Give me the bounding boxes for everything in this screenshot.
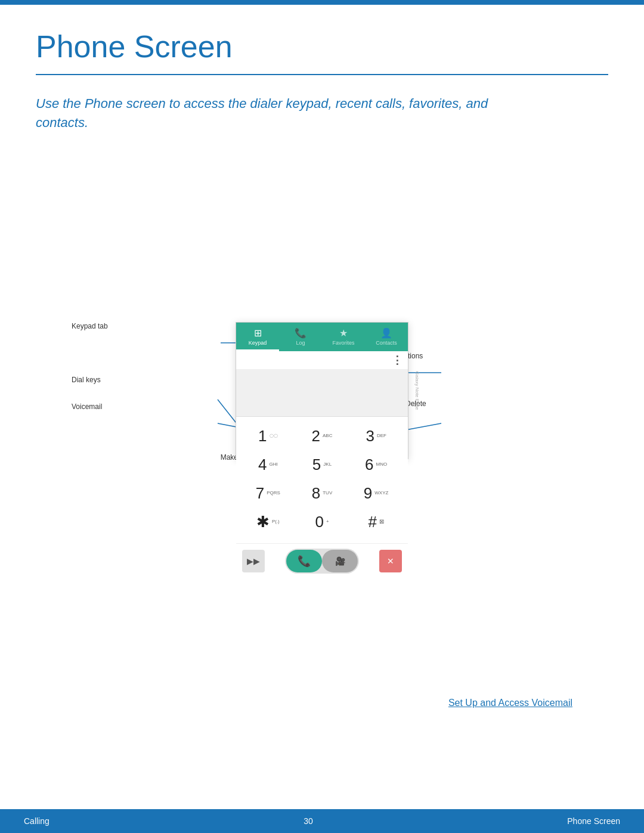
keypad-tab-label: Keypad [249,340,267,346]
favorites-tab-label: Favorites [332,340,354,346]
page-title: Phone Screen [36,29,608,64]
voicemail-icon: ▶▶ [247,556,260,566]
key-8[interactable]: 8 TUV [301,480,343,506]
dial-keys-annotation: Dial keys [72,376,161,384]
diagram-area: Keypad tab Dial keys Voicemail Make a ca… [36,161,608,459]
phone-actions: ▶▶ 📞 🎥 ✕ [236,543,408,578]
tab-contacts[interactable]: 👤 Contacts [365,323,408,351]
contacts-tab-icon: 👤 [380,327,392,339]
footer-left: Calling [24,816,49,826]
delete-icon: ✕ [387,556,394,566]
phone-display [236,369,408,417]
title-divider [36,74,608,75]
keypad-row-1: 1 ◌◌ 2 ABC 3 DEF [241,423,403,449]
phone-tabs: ⊞ Keypad 📞 Log ★ Favorites 👤 Contacts [236,323,408,351]
footer-page-number: 30 [304,816,313,826]
key-9[interactable]: 9 WXYZ [355,480,398,506]
favorites-tab-icon: ★ [339,327,348,339]
voicemail-link[interactable]: Set Up and Access Voicemail [448,698,572,708]
phone-icon: 📞 [298,555,311,568]
top-bar [0,0,644,5]
key-6[interactable]: 6 MNO [355,451,398,478]
voicemail-button[interactable]: ▶▶ [242,550,265,572]
keypad: 1 ◌◌ 2 ABC 3 DEF 4 GHI [236,417,408,543]
phone-edge-text: Galaxy Note Edge [414,371,420,410]
tab-favorites[interactable]: ★ Favorites [322,323,365,351]
voicemail-link-area: Set Up and Access Voicemail [36,698,608,708]
keypad-row-4: ✱ P(.) 0 + # ⊠ [241,509,403,535]
keypad-row-2: 4 GHI 5 JKL 6 MNO [241,451,403,478]
phone-mockup: Galaxy Note Edge ⊞ Keypad 📞 Log ★ Favori… [236,322,408,459]
key-hash[interactable]: # ⊠ [355,509,398,535]
log-tab-icon: 📞 [295,327,306,339]
keypad-row-3: 7 PQRS 8 TUV 9 WXYZ [241,480,403,506]
key-7[interactable]: 7 PQRS [246,480,289,506]
delete-button[interactable]: ✕ [379,550,402,572]
key-4[interactable]: 4 GHI [246,451,289,478]
contacts-tab-label: Contacts [376,340,397,346]
key-star[interactable]: ✱ P(.) [246,509,289,535]
video-call-button[interactable]: 🎥 [322,550,358,572]
video-icon: 🎥 [335,556,345,566]
call-button[interactable]: 📞 [286,550,322,572]
key-2[interactable]: 2 ABC [301,423,343,449]
more-options-row: ⋮ [236,351,408,369]
key-3[interactable]: 3 DEF [355,423,398,449]
tab-log[interactable]: 📞 Log [279,323,322,351]
footer: Calling 30 Phone Screen [0,809,644,833]
log-tab-label: Log [296,340,305,346]
tab-keypad[interactable]: ⊞ Keypad [236,323,279,351]
key-1[interactable]: 1 ◌◌ [246,423,289,449]
voicemail-annotation: Voicemail [72,402,161,411]
keypad-tab-annotation: Keypad tab [72,322,161,330]
main-content: Phone Screen Use the Phone screen to acc… [0,5,644,768]
keypad-tab-icon: ⊞ [254,327,262,339]
page-description: Use the Phone screen to access the diale… [36,94,525,132]
key-5[interactable]: 5 JKL [301,451,343,478]
key-0[interactable]: 0 + [301,509,343,535]
footer-right: Phone Screen [567,816,620,826]
more-options-button[interactable]: ⋮ [392,354,403,367]
